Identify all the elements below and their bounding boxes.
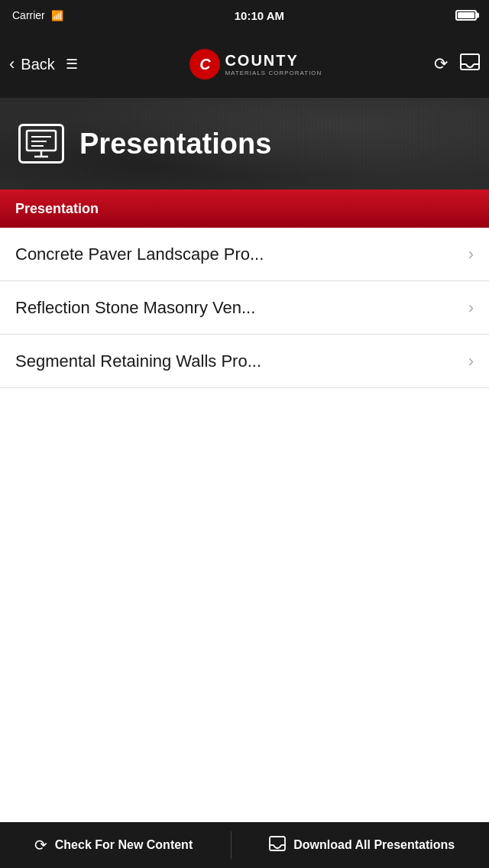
status-left: Carrier 📶 <box>12 9 63 21</box>
hamburger-icon[interactable]: ☰ <box>66 56 78 73</box>
list-item-label: Reflection Stone Masonry Ven... <box>15 298 255 318</box>
brand-circle-icon: C <box>189 49 220 79</box>
list-container: Concrete Paver Landscape Pro... › Reflec… <box>0 228 489 388</box>
presentations-icon <box>18 124 64 164</box>
brand-text-wrap: COUNTY MATERIALS CORPORATION <box>225 52 322 76</box>
inbox-icon[interactable] <box>460 53 480 75</box>
nav-bar: ‹ Back ☰ C COUNTY MATERIALS CORPORATION … <box>0 31 489 98</box>
footer: ⟳ Check For New Content Download All Pre… <box>0 822 489 868</box>
hero-title: Presentations <box>79 128 271 160</box>
nav-right: ⟳ <box>434 53 480 75</box>
back-arrow-icon: ‹ <box>9 56 15 73</box>
status-time: 10:10 AM <box>235 9 284 22</box>
carrier-label: Carrier <box>12 9 45 21</box>
brand-name: COUNTY <box>225 52 322 70</box>
brand-logo: C COUNTY MATERIALS CORPORATION <box>189 49 322 79</box>
wifi-icon: 📶 <box>51 10 63 21</box>
chevron-right-icon: › <box>468 298 474 318</box>
refresh-icon[interactable]: ⟳ <box>434 54 448 74</box>
download-all-button[interactable]: Download All Presentations <box>269 836 455 855</box>
hero-banner: Presentations <box>0 98 489 189</box>
refresh-footer-icon: ⟳ <box>34 836 47 854</box>
hero-content: Presentations <box>18 124 271 164</box>
list-item-label: Segmental Retaining Walls Pro... <box>15 351 261 371</box>
back-label: Back <box>21 56 54 73</box>
list-item[interactable]: Segmental Retaining Walls Pro... › <box>0 335 489 388</box>
download-footer-icon <box>269 836 286 855</box>
section-header: Presentation <box>0 189 489 228</box>
list-item-label: Concrete Paver Landscape Pro... <box>15 245 264 264</box>
download-all-label: Download All Presentations <box>293 838 455 852</box>
back-button[interactable]: ‹ Back ☰ <box>9 56 78 73</box>
battery-icon <box>455 10 477 21</box>
footer-divider <box>231 831 232 859</box>
chevron-right-icon: › <box>468 351 474 371</box>
list-item[interactable]: Reflection Stone Masonry Ven... › <box>0 281 489 335</box>
brand-sub: MATERIALS CORPORATION <box>225 70 322 76</box>
check-new-content-button[interactable]: ⟳ Check For New Content <box>34 836 193 854</box>
section-header-label: Presentation <box>15 201 99 217</box>
status-bar: Carrier 📶 10:10 AM <box>0 0 489 31</box>
status-right <box>455 10 477 21</box>
check-content-label: Check For New Content <box>55 838 193 852</box>
list-item[interactable]: Concrete Paver Landscape Pro... › <box>0 228 489 281</box>
chevron-right-icon: › <box>468 245 474 264</box>
